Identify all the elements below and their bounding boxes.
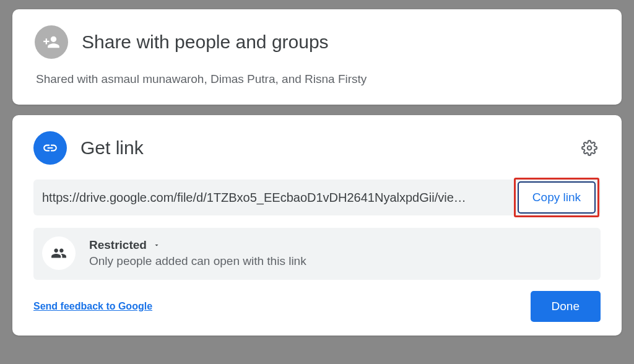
copy-link-button[interactable]: Copy link xyxy=(518,181,596,214)
url-row: https://drive.google.com/file/d/1TZBxo5_… xyxy=(33,180,601,215)
svg-point-0 xyxy=(588,146,592,150)
link-header: Get link xyxy=(33,131,601,165)
settings-button[interactable] xyxy=(578,137,601,159)
get-link-card: Get link https://drive.google.com/file/d… xyxy=(12,115,622,336)
people-icon xyxy=(51,245,67,261)
share-card: Share with people and groups Shared with… xyxy=(12,9,622,105)
access-dropdown[interactable]: Restricted xyxy=(89,238,306,252)
chevron-down-icon xyxy=(153,241,160,249)
gear-icon xyxy=(581,140,597,156)
access-text-group: Restricted Only people added can open wi… xyxy=(89,238,306,268)
access-label: Restricted xyxy=(89,238,147,252)
access-row: Restricted Only people added can open wi… xyxy=(33,228,601,280)
get-link-title: Get link xyxy=(80,137,565,158)
share-title: Share with people and groups xyxy=(82,32,329,53)
person-add-icon xyxy=(35,25,68,59)
link-icon xyxy=(33,131,67,165)
done-button[interactable]: Done xyxy=(531,291,601,322)
share-header: Share with people and groups xyxy=(35,25,599,59)
access-description: Only people added can open with this lin… xyxy=(89,254,306,268)
people-icon-circle xyxy=(42,236,76,270)
footer-row: Send feedback to Google Done xyxy=(33,291,601,322)
highlight-annotation: Copy link xyxy=(514,178,599,217)
share-url[interactable]: https://drive.google.com/file/d/1TZBxo5_… xyxy=(42,191,514,205)
shared-with-text: Shared with asmaul munawaroh, Dimas Putr… xyxy=(36,72,599,86)
feedback-link[interactable]: Send feedback to Google xyxy=(33,301,152,312)
